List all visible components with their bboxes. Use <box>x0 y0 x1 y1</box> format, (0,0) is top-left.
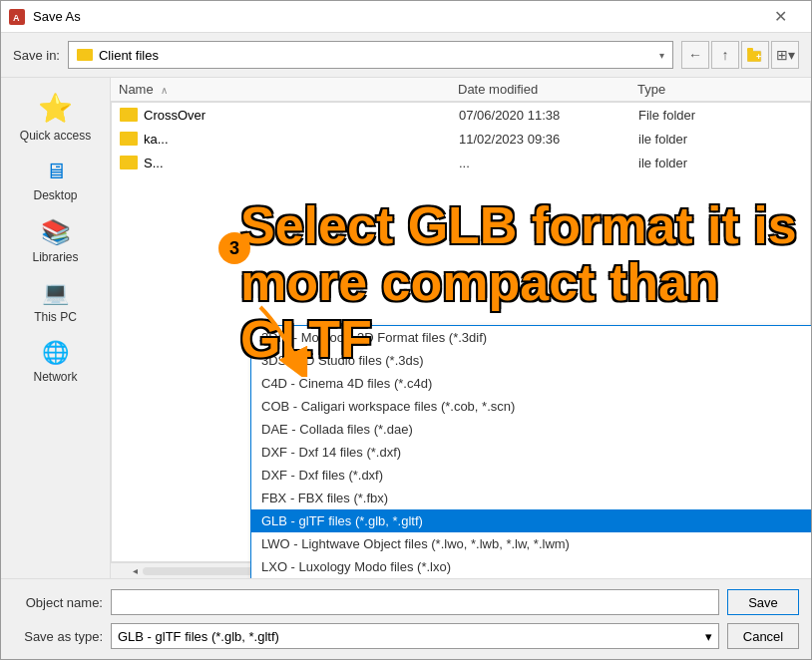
toolbar-buttons: ← ↑ + ⊞▾ <box>681 41 799 69</box>
dropdown-item[interactable]: GLB - glTF files (*.glb, *.gltf) <box>251 509 811 532</box>
sidebar-item-desktop[interactable]: 🖥 Desktop <box>8 153 103 208</box>
main-content: ⭐ Quick access 🖥 Desktop 📚 Libraries 💻 T… <box>1 78 811 578</box>
path-combo[interactable]: Client files ▾ <box>68 41 673 69</box>
toolbar: Save in: Client files ▾ ← ↑ + ⊞▾ <box>1 33 811 78</box>
dropdown-item[interactable]: C4D - Cinema 4D files (*.c4d) <box>251 372 811 395</box>
quick-access-label: Quick access <box>20 129 91 143</box>
file-date-cell: 11/02/2023 09:36 <box>459 132 638 147</box>
network-label: Network <box>33 370 77 384</box>
file-date-cell: 07/06/2020 11:38 <box>459 108 638 123</box>
file-date-cell: ... <box>459 156 638 170</box>
dropdown-item[interactable]: LWO - Lightwave Object files (*.lwo, *.l… <box>251 532 811 555</box>
table-row[interactable]: CrossOver 07/06/2020 11:38 File folder <box>112 103 810 127</box>
dropdown-item[interactable]: DXF - Dxf files (*.dxf) <box>251 464 811 487</box>
dropdown-item[interactable]: 3DS - 3D Studio files (*.3ds) <box>251 349 811 372</box>
title-bar: A Save As ✕ <box>1 1 811 33</box>
save-type-value: GLB - glTF files (*.glb, *.gltf) <box>118 629 279 644</box>
type-dropdown-arrow[interactable]: ▾ <box>705 629 712 644</box>
save-type-combo[interactable]: GLB - glTF files (*.glb, *.gltf) ▾ <box>111 623 719 649</box>
folder-icon <box>77 49 93 61</box>
svg-text:+: + <box>756 52 761 62</box>
dropdown-item[interactable]: DXF - Dxf 14 files (*.dxf) <box>251 441 811 464</box>
date-column-header[interactable]: Date modified <box>458 82 637 97</box>
cancel-button[interactable]: Cancel <box>727 623 799 649</box>
file-name-cell: S... <box>120 156 459 170</box>
file-type-cell: ile folder <box>638 156 802 170</box>
file-name-cell: CrossOver <box>120 108 459 123</box>
save-type-row: Save as type: GLB - glTF files (*.glb, *… <box>13 623 799 649</box>
sort-indicator: ∧ <box>161 85 168 96</box>
this-pc-label: This PC <box>34 310 77 324</box>
computer-icon: 💻 <box>42 280 69 306</box>
folder-icon <box>120 156 138 169</box>
dropdown-item[interactable]: 3DIF - Mootools 3D Format files (*.3dif) <box>251 326 811 349</box>
dropdown-item[interactable]: DAE - Collada files (*.dae) <box>251 418 811 441</box>
bottom-area: Object name: Save Save as type: GLB - gl… <box>1 578 811 659</box>
sidebar-item-this-pc[interactable]: 💻 This PC <box>8 274 103 330</box>
dropdown-item[interactable]: LXO - Luxology Modo files (*.lxo) <box>251 555 811 578</box>
sidebar-item-libraries[interactable]: 📚 Libraries <box>8 212 103 270</box>
close-button[interactable]: ✕ <box>757 1 803 33</box>
save-as-dialog: A Save As ✕ Save in: Client files ▾ ← ↑ … <box>0 0 812 660</box>
dropdown-item[interactable]: COB - Caligari workspace files (*.cob, *… <box>251 395 811 418</box>
table-row[interactable]: S... ... ile folder <box>112 151 810 174</box>
libraries-icon: 📚 <box>41 218 71 246</box>
save-button[interactable]: Save <box>727 589 799 615</box>
file-list-header: Name ∧ Date modified Type <box>111 78 811 102</box>
object-name-row: Object name: Save <box>13 589 799 615</box>
sidebar-item-quick-access[interactable]: ⭐ Quick access <box>8 86 103 149</box>
sidebar-item-network[interactable]: 🌐 Network <box>8 334 103 390</box>
dialog-title: Save As <box>33 9 81 24</box>
file-area: Name ∧ Date modified Type CrossOver 07/0… <box>111 78 811 578</box>
desktop-icon: 🖥 <box>45 159 67 184</box>
svg-rect-3 <box>747 48 753 52</box>
step-badge: 3 <box>218 232 250 264</box>
libraries-label: Libraries <box>32 250 78 264</box>
dropdown-item[interactable]: FBX - FBX files (*.fbx) <box>251 487 811 509</box>
name-column-header[interactable]: Name ∧ <box>119 82 458 97</box>
desktop-label: Desktop <box>33 188 77 202</box>
svg-text:A: A <box>13 13 20 23</box>
path-dropdown-arrow[interactable]: ▾ <box>659 50 664 61</box>
object-name-label: Object name: <box>13 595 103 610</box>
path-value: Client files <box>99 48 159 63</box>
file-type-cell: File folder <box>638 108 802 123</box>
back-button[interactable]: ← <box>681 41 709 69</box>
star-icon: ⭐ <box>38 92 73 125</box>
file-type-dropdown[interactable]: 3DIF - Mootools 3D Format files (*.3dif)… <box>250 325 811 578</box>
title-bar-left: A Save As <box>9 9 81 25</box>
save-as-type-label: Save as type: <box>13 629 103 644</box>
table-row[interactable]: ka... 11/02/2023 09:36 ile folder <box>112 127 810 151</box>
folder-icon <box>120 132 138 146</box>
save-in-label: Save in: <box>13 48 60 63</box>
folder-icon <box>120 108 138 122</box>
up-button[interactable]: ↑ <box>711 41 739 69</box>
type-column-header[interactable]: Type <box>637 82 803 97</box>
new-folder-button[interactable]: + <box>741 41 769 69</box>
object-name-input[interactable] <box>111 589 719 615</box>
scroll-left-arrow[interactable]: ◂ <box>127 563 143 579</box>
view-button[interactable]: ⊞▾ <box>771 41 799 69</box>
app-icon: A <box>9 9 25 25</box>
file-name-cell: ka... <box>120 132 459 147</box>
file-type-cell: ile folder <box>638 132 802 147</box>
network-icon: 🌐 <box>42 340 69 366</box>
sidebar: ⭐ Quick access 🖥 Desktop 📚 Libraries 💻 T… <box>1 78 111 578</box>
